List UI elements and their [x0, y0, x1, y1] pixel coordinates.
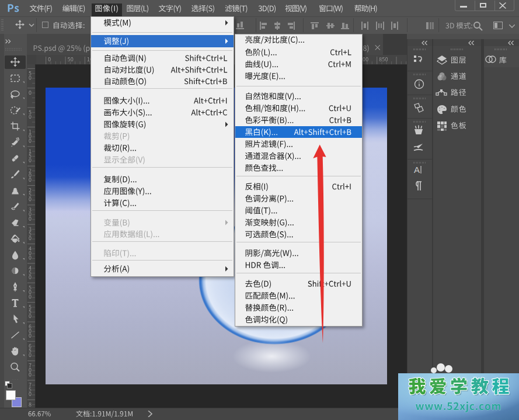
svg-text:A: A: [414, 165, 420, 175]
